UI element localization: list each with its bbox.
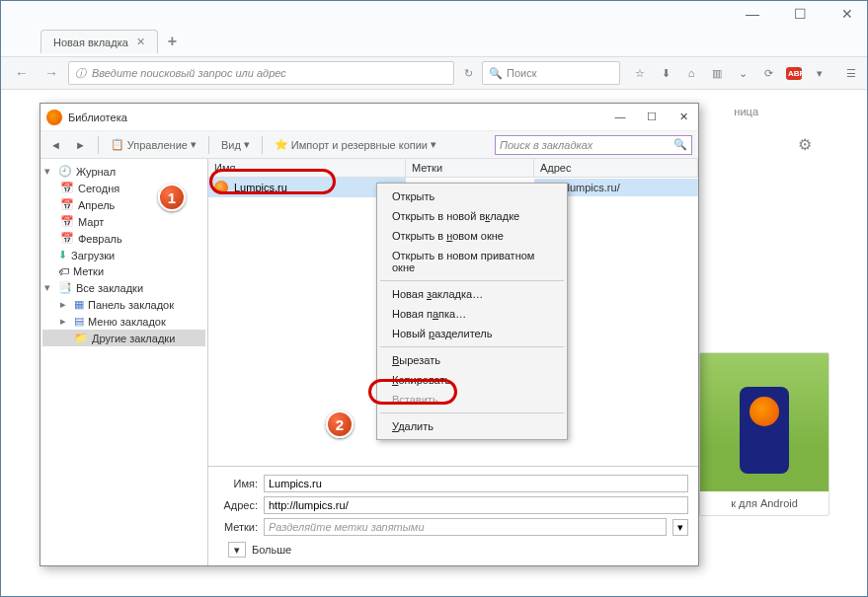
library-body: ▾Журнал Сегодня Апрель Март Февраль Загр… <box>40 159 698 565</box>
close-tab-icon[interactable]: ✕ <box>136 36 145 48</box>
minimize-button[interactable]: — <box>741 5 764 25</box>
tag-icon <box>58 265 69 277</box>
search-input[interactable]: 🔍 Поиск <box>482 61 620 85</box>
ctx-open[interactable]: Открыть <box>378 187 566 206</box>
download-icon <box>58 249 67 261</box>
detail-addr-label: Адрес: <box>218 499 258 511</box>
tree-all-bookmarks[interactable]: ▾Все закладки <box>42 279 205 296</box>
detail-name-input[interactable] <box>264 475 688 492</box>
download-icon[interactable]: ⬇ <box>658 67 673 80</box>
detail-name-label: Имя: <box>218 478 258 489</box>
separator <box>208 136 209 154</box>
ctx-cut[interactable]: Вырезать <box>378 350 566 370</box>
dropdown-icon[interactable]: ▾ <box>812 67 828 80</box>
tree-toolbar-bookmarks[interactable]: ▸Панель закладок <box>42 296 205 313</box>
ctx-copy[interactable]: Копировать <box>378 370 566 390</box>
view-menu[interactable]: Вид ▾ <box>217 136 254 153</box>
reload-button[interactable]: ↻ <box>458 67 478 80</box>
import-menu[interactable]: ⭐ Импорт и резервные копии ▾ <box>271 136 440 153</box>
lib-search-placeholder: Поиск в закладках <box>500 139 592 151</box>
library-search-input[interactable]: Поиск в закладках 🔍 <box>495 135 692 155</box>
folder-icon <box>74 332 88 344</box>
library-window-controls: — ☐ ✕ <box>611 111 692 123</box>
calendar-icon <box>60 182 74 194</box>
ctx-delete[interactable]: Удалить <box>378 416 566 436</box>
tree-other-bookmarks[interactable]: Другие закладки <box>42 330 205 346</box>
tree-tags[interactable]: Метки <box>42 263 205 279</box>
ctx-new-folder[interactable]: Новая папка… <box>378 304 566 324</box>
tree-journal[interactable]: ▾Журнал <box>42 163 205 180</box>
sidebar-icon[interactable]: ▥ <box>709 67 725 80</box>
abp-icon[interactable]: ABP <box>786 67 802 80</box>
maximize-button[interactable]: ☐ <box>788 5 812 25</box>
separator <box>98 136 99 154</box>
phone-icon <box>740 387 789 474</box>
separator <box>380 280 564 281</box>
panel-icon <box>74 298 84 311</box>
tree-menu-bookmarks[interactable]: ▸Меню закладок <box>42 313 205 330</box>
detail-addr-input[interactable] <box>264 496 688 514</box>
lib-forward-button[interactable]: ► <box>71 137 90 153</box>
thumbnail-card[interactable]: к для Android <box>699 352 829 516</box>
menu-button[interactable]: ☰ <box>843 67 859 80</box>
lib-close-button[interactable]: ✕ <box>674 111 692 123</box>
pocket-icon[interactable]: ⌄ <box>735 67 750 80</box>
self-icon[interactable]: ☆ <box>632 67 648 80</box>
context-menu: Открыть Открыть в новой вкладке Открыть … <box>376 183 568 440</box>
separator <box>380 412 564 413</box>
search-placeholder: Поиск <box>507 67 536 79</box>
browser-tab[interactable]: Новая вкладка ✕ <box>40 30 158 53</box>
library-tree: ▾Журнал Сегодня Апрель Март Февраль Загр… <box>40 159 208 565</box>
forward-button[interactable]: → <box>39 60 64 86</box>
tree-downloads[interactable]: Загрузки <box>42 247 205 263</box>
url-input[interactable]: ⓘ Введите поисковый запрос или адрес <box>68 61 454 85</box>
search-icon: 🔍 <box>489 67 503 80</box>
toolbar-icons: ☆ ⬇ ⌂ ▥ ⌄ ⟳ ABP ▾ ☰ <box>632 67 859 80</box>
ctx-new-bookmark[interactable]: Новая закладка… <box>378 284 566 304</box>
calendar-icon <box>60 215 74 228</box>
card-label: к для Android <box>700 491 829 515</box>
bookmarks-icon <box>58 281 72 294</box>
ctx-open-window[interactable]: Открыть в новом окне <box>378 226 566 246</box>
library-dialog: Библиотека — ☐ ✕ ◄ ► 📋 Управление ▾ Вид … <box>39 103 699 566</box>
step-badge-1: 1 <box>158 184 186 211</box>
gear-icon[interactable]: ⚙ <box>798 135 812 154</box>
manage-menu[interactable]: 📋 Управление ▾ <box>107 136 200 153</box>
detail-tags-input[interactable] <box>264 518 667 536</box>
page-text-fragment: ница <box>734 106 758 117</box>
step-badge-2: 2 <box>326 410 354 438</box>
library-toolbar: ◄ ► 📋 Управление ▾ Вид ▾ ⭐ Импорт и резе… <box>40 131 698 159</box>
address-bar: ← → ⓘ Введите поисковый запрос или адрес… <box>1 56 867 90</box>
more-toggle[interactable]: ▾ Больше <box>228 542 688 558</box>
tab-title: Новая вкладка <box>53 37 128 48</box>
new-tab-button[interactable]: + <box>168 33 177 50</box>
separator <box>380 346 564 347</box>
col-tags[interactable]: Метки <box>406 159 534 177</box>
menu-icon <box>74 315 84 328</box>
back-button[interactable]: ← <box>9 60 35 86</box>
row-name: Lumpics.ru <box>234 182 287 193</box>
calendar-icon <box>60 232 74 245</box>
ctx-open-private[interactable]: Открыть в новом приватном окне <box>378 246 566 277</box>
sync-icon[interactable]: ⟳ <box>760 67 776 80</box>
lib-back-button[interactable]: ◄ <box>46 137 65 153</box>
url-placeholder: Введите поисковый запрос или адрес <box>92 67 286 79</box>
window-controls: — ☐ ✕ <box>741 5 859 25</box>
close-button[interactable]: ✕ <box>835 5 859 25</box>
ctx-open-tab[interactable]: Открыть в новой вкладке <box>378 206 566 226</box>
lib-maximize-button[interactable]: ☐ <box>643 111 661 123</box>
ctx-paste: Вставить <box>378 390 566 410</box>
home-icon[interactable]: ⌂ <box>683 67 699 80</box>
col-address[interactable]: Адрес <box>534 159 698 177</box>
col-name[interactable]: Имя <box>208 159 406 177</box>
tree-february[interactable]: Февраль <box>42 230 205 247</box>
lib-minimize-button[interactable]: — <box>611 111 629 123</box>
library-titlebar[interactable]: Библиотека — ☐ ✕ <box>40 104 698 131</box>
separator <box>262 136 263 154</box>
tab-bar: Новая вкладка ✕ + <box>40 27 177 56</box>
ctx-new-separator[interactable]: Новый разделитель <box>378 324 566 343</box>
tags-dropdown-button[interactable]: ▾ <box>672 519 688 536</box>
search-icon: 🔍 <box>673 138 687 151</box>
clock-icon <box>58 165 72 178</box>
tree-march[interactable]: Март <box>42 213 205 230</box>
